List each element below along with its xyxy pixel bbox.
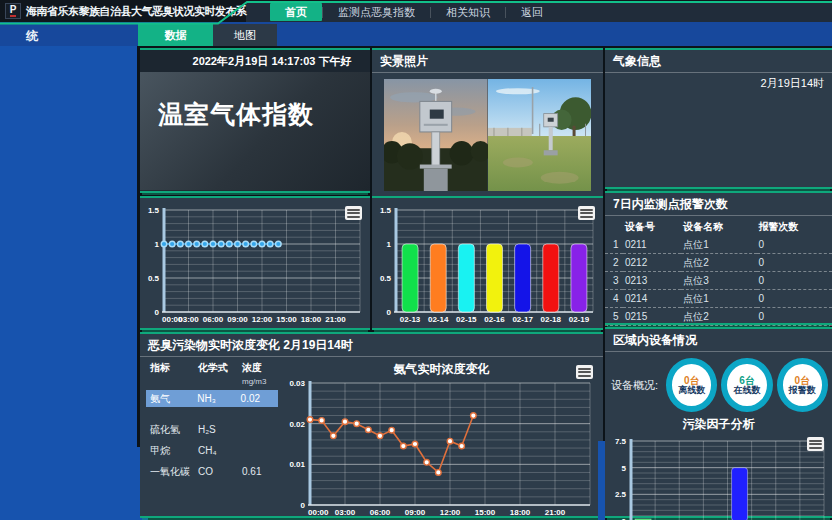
nav-item-back[interactable]: 返回 — [506, 3, 558, 21]
svg-text:7.5: 7.5 — [615, 437, 627, 446]
gauge-offline: 0台 离线数 — [666, 358, 717, 412]
col-device-id: 设备号 — [623, 218, 681, 236]
svg-text:02-15: 02-15 — [456, 315, 477, 324]
col-device-name: 设备名称 — [681, 218, 756, 236]
weather-panel-title: 气象信息 — [605, 50, 832, 73]
svg-text:1: 1 — [387, 240, 392, 249]
panel-greenhouse-index: 2022年2月19日 14:17:03 下午好 温室气体指数 — [140, 48, 370, 193]
alarm-table-row: 20212点位20 — [605, 254, 832, 272]
svg-text:1.5: 1.5 — [148, 206, 160, 215]
site-photo-field — [488, 79, 592, 191]
svg-text:18:00: 18:00 — [510, 508, 531, 517]
svg-text:0.5: 0.5 — [380, 274, 392, 283]
site-photo-sunset — [384, 79, 488, 191]
daily-bar-chart: 00.511.502-1302-1402-1502-1602-1702-1802… — [372, 198, 603, 328]
tab-map[interactable]: 地图 — [213, 24, 277, 46]
pollution-factor-bar-chart: 02.557.5氨气硫化氢甲烷一氧化碳 — [605, 433, 832, 520]
pollutant-row[interactable]: 甲烷CH₄ — [146, 442, 280, 459]
svg-text:0.02: 0.02 — [289, 420, 305, 429]
nav-item-odor-index[interactable]: 监测点恶臭指数 — [323, 3, 430, 21]
pollutant-row[interactable]: 硫化氢H₂S — [146, 421, 280, 438]
svg-text:18:00: 18:00 — [301, 315, 322, 324]
panel-greenhouse-chart: 00.511.500:0003:0006:0009:0012:0015:0018… — [140, 196, 370, 330]
chart-menu-icon[interactable] — [807, 437, 824, 451]
panel-daily-bar-chart: 00.511.502-1302-1402-1502-1602-1702-1802… — [372, 196, 603, 330]
tab-data[interactable]: 数据 — [138, 24, 213, 46]
blue-bar-background — [0, 22, 832, 46]
svg-text:06:00: 06:00 — [370, 508, 391, 517]
svg-text:12:00: 12:00 — [252, 315, 273, 324]
svg-text:0.5: 0.5 — [148, 274, 160, 283]
pollutant-table-header: 指标 化学式 浓度 mg/m3 — [146, 361, 280, 386]
nav-item-knowledge[interactable]: 相关知识 — [431, 3, 505, 21]
ammonia-chart-area: 氨气实时浓度变化 00.010.020.0300:0003:0006:0009:… — [280, 357, 603, 519]
svg-text:0: 0 — [155, 308, 160, 317]
greenhouse-title: 温室气体指数 — [140, 72, 314, 131]
svg-text:0.03: 0.03 — [289, 379, 305, 388]
svg-text:02-18: 02-18 — [541, 315, 562, 324]
panel-alarm-counts: 7日内监测点报警次数 设备号 设备名称 报警次数 10211点位1020212点… — [605, 191, 832, 325]
svg-text:03:00: 03:00 — [335, 508, 356, 517]
col-alarm-count: 报警次数 — [757, 218, 832, 236]
alarm-table-row: 50215点位20 — [605, 308, 832, 326]
panel-region-devices: 区域内设备情况 设备概况: 0台 离线数 6台 在线数 0台 报警数 污染因子分… — [605, 327, 832, 518]
devices-panel-title: 区域内设备情况 — [605, 329, 832, 352]
svg-text:02-16: 02-16 — [484, 315, 505, 324]
photos-panel-title: 实景照片 — [372, 50, 603, 73]
chart-menu-icon[interactable] — [576, 365, 593, 379]
svg-text:1: 1 — [155, 240, 160, 249]
svg-text:12:00: 12:00 — [440, 508, 461, 517]
panel-pollutant-realtime: 恶臭污染物实时浓度变化 2月19日14时 指标 化学式 浓度 mg/m3 氨气N… — [140, 332, 603, 518]
pollutant-row[interactable]: 氨气NH₃0.02 — [146, 390, 278, 407]
device-overview-label: 设备概况: — [611, 378, 658, 393]
svg-text:1.5: 1.5 — [380, 206, 392, 215]
alarm-table-row: 40214点位10 — [605, 290, 832, 308]
gauge-online: 6台 在线数 — [721, 358, 772, 412]
svg-text:02-13: 02-13 — [400, 315, 421, 324]
alarm-table-row: 30213点位30 — [605, 272, 832, 290]
svg-text:09:00: 09:00 — [405, 508, 426, 517]
svg-text:0: 0 — [301, 501, 306, 510]
svg-text:2.5: 2.5 — [615, 490, 627, 499]
svg-text:02-17: 02-17 — [512, 315, 533, 324]
svg-text:5: 5 — [622, 464, 627, 473]
alarms-panel-title: 7日内监测点报警次数 — [605, 193, 832, 216]
panel-live-photos: 实景照片 — [372, 48, 603, 199]
app-title: 海南省乐东黎族自治县大气恶臭状况实时发布系 — [26, 4, 247, 19]
greenhouse-headline: 温室气体指数 — [140, 72, 370, 190]
svg-text:02-14: 02-14 — [428, 315, 449, 324]
svg-text:21:00: 21:00 — [325, 315, 346, 324]
svg-text:0: 0 — [387, 308, 392, 317]
alarm-table: 设备号 设备名称 报警次数 10211点位1020212点位2030213点位3… — [605, 218, 832, 344]
pollution-factor-title: 污染因子分析 — [605, 416, 832, 433]
main-nav: 首页 监测点恶臭指数 相关知识 返回 — [246, 2, 832, 22]
alarm-table-header: 设备号 设备名称 报警次数 — [605, 218, 832, 236]
chart-menu-icon[interactable] — [578, 206, 595, 220]
panel-weather-info: 气象信息 2月19日14时 — [605, 48, 832, 189]
greenhouse-line-chart: 00.511.500:0003:0006:0009:0012:0015:0018… — [140, 198, 370, 328]
pollutants-panel-title: 恶臭污染物实时浓度变化 2月19日14时 — [140, 334, 603, 357]
dashboard-app: 首页 监测点恶臭指数 相关知识 返回 P 海南省乐东黎族自治县大气恶臭状况实时发… — [0, 0, 832, 520]
svg-text:03:00: 03:00 — [178, 315, 199, 324]
chart-menu-icon[interactable] — [345, 206, 362, 220]
datetime-text: 2022年2月19日 14:17:03 下午好 — [140, 50, 370, 72]
ammonia-line-chart: 00.010.020.0300:0003:0006:0009:0012:0015… — [280, 357, 600, 520]
svg-text:15:00: 15:00 — [475, 508, 496, 517]
app-logo-icon: P — [5, 3, 21, 19]
pollutant-row[interactable]: 一氧化碳CO0.61 — [146, 463, 280, 480]
gauge-alarm: 0台 报警数 — [777, 358, 828, 412]
alarm-table-row: 10211点位10 — [605, 236, 832, 254]
svg-text:02-19: 02-19 — [569, 315, 590, 324]
svg-text:0.01: 0.01 — [289, 460, 305, 469]
svg-text:15:00: 15:00 — [276, 315, 297, 324]
concentration-unit: mg/m3 — [242, 377, 266, 386]
weather-timestamp: 2月19日14时 — [605, 73, 832, 94]
nav-item-home[interactable]: 首页 — [270, 3, 322, 21]
svg-text:00:00: 00:00 — [308, 508, 329, 517]
blue-gutter-strip — [598, 441, 605, 520]
svg-text:21:00: 21:00 — [545, 508, 566, 517]
svg-text:09:00: 09:00 — [227, 315, 248, 324]
left-blue-sidebar — [0, 46, 137, 520]
svg-text:06:00: 06:00 — [203, 315, 224, 324]
title-wrap-char: 统 — [26, 28, 38, 45]
